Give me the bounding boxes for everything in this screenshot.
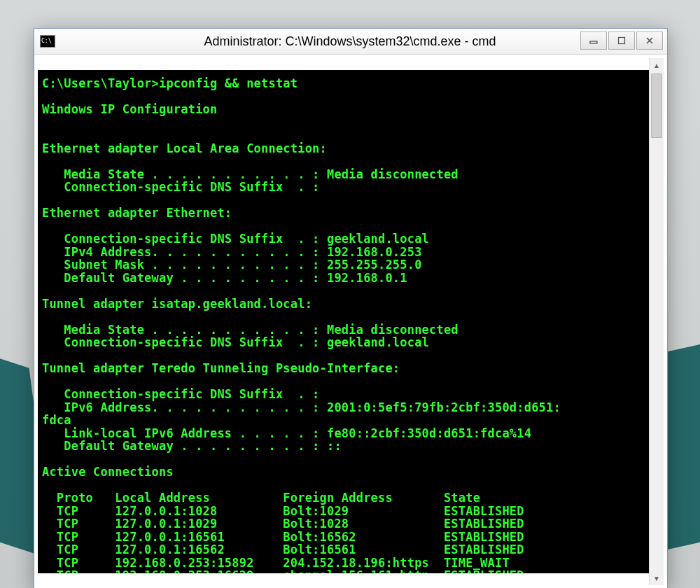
scroll-up-button[interactable]: ▲ xyxy=(650,58,664,72)
window-controls xyxy=(580,31,663,50)
client-area: C:\Users\Taylor>ipconfig && netstat Wind… xyxy=(34,55,667,588)
cmd-icon xyxy=(40,35,55,48)
svg-rect-0 xyxy=(590,41,597,43)
terminal-output[interactable]: C:\Users\Taylor>ipconfig && netstat Wind… xyxy=(38,70,649,573)
titlebar[interactable]: Administrator: C:\Windows\system32\cmd.e… xyxy=(34,29,667,55)
cmd-window: Administrator: C:\Windows\system32\cmd.e… xyxy=(34,28,668,588)
close-button[interactable] xyxy=(636,31,663,50)
window-title: Administrator: C:\Windows\system32\cmd.e… xyxy=(61,34,667,49)
svg-rect-1 xyxy=(619,38,625,44)
scroll-down-button[interactable]: ▼ xyxy=(650,571,664,585)
vertical-scrollbar[interactable]: ▲ ▼ xyxy=(649,58,664,585)
maximize-button[interactable] xyxy=(608,31,635,50)
scroll-thumb[interactable] xyxy=(651,74,662,138)
minimize-button[interactable] xyxy=(580,31,607,50)
